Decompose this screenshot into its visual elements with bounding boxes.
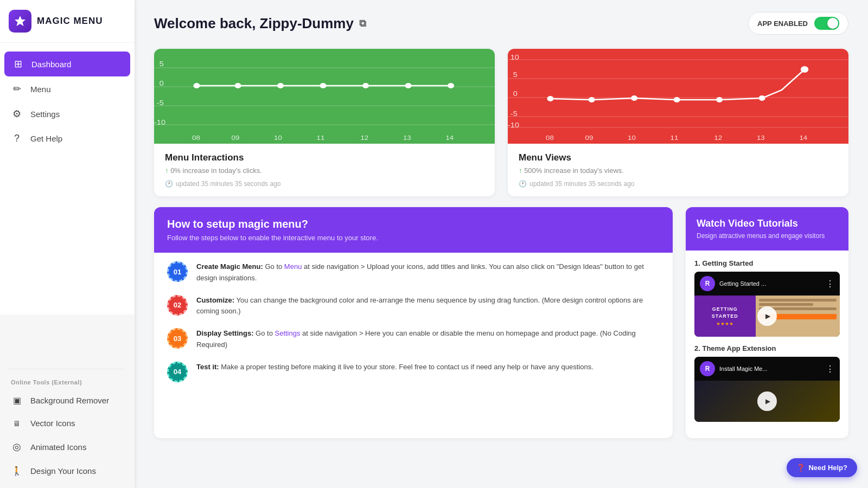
video-2-dots[interactable]: ⋮: [826, 364, 834, 374]
sidebar-item-get-help[interactable]: ? Get Help: [0, 126, 135, 151]
video-1-center: GETTINGSTARTED ★★★★: [694, 296, 840, 337]
toggle-track[interactable]: [814, 17, 839, 30]
need-help-label: Need Help?: [808, 464, 847, 472]
views-chart-area: 10 5 0 -5 -10 08 09 10 11 12 13 14: [508, 49, 848, 144]
page-title: Welcome back, Zippy-Dummy ⧉: [154, 15, 366, 32]
settings-icon: ⚙: [11, 108, 23, 120]
svg-marker-0: [15, 16, 25, 26]
svg-point-40: [547, 96, 553, 101]
sidebar-divider: [9, 369, 126, 369]
menu-views-card: 10 5 0 -5 -10 08 09 10 11 12 13 14: [508, 49, 848, 196]
setup-step-1: 01 Create Magic Menu: Go to Menu at side…: [167, 261, 660, 284]
views-stat: ↑ 500% increase in today's views.: [519, 166, 838, 175]
svg-text:13: 13: [757, 134, 765, 142]
svg-text:12: 12: [714, 134, 722, 142]
views-clock-icon: 🕐: [519, 180, 527, 188]
svg-text:-5: -5: [157, 99, 164, 107]
svg-text:14: 14: [445, 134, 454, 142]
tutorials-header: Watch Video Tutorials Design attractive …: [686, 207, 848, 251]
gs-title-text: GETTINGSTARTED: [712, 306, 738, 319]
views-chart-title: Menu Views: [519, 152, 838, 163]
step1-menu-link[interactable]: Menu: [284, 262, 302, 271]
tutorial-2-num: 2. Theme App Extension: [694, 344, 840, 352]
play-button-2[interactable]: [757, 391, 777, 411]
setup-step-3: 03 Display Settings: Go to Settings at s…: [167, 328, 660, 351]
interactions-stat-arrow: ↑: [165, 166, 169, 175]
svg-text:13: 13: [403, 134, 411, 142]
app-enabled-toggle[interactable]: APP ENABLED: [748, 12, 848, 35]
views-stat-arrow: ↑: [519, 166, 522, 175]
sidebar-item-help-label: Get Help: [30, 134, 62, 143]
svg-text:10: 10: [628, 134, 636, 142]
interactions-stat: ↑ 0% increase in today's clicks.: [165, 166, 484, 175]
svg-point-45: [759, 95, 765, 101]
welcome-text: Welcome back, Zippy-Dummy: [154, 15, 354, 32]
svg-point-19: [320, 83, 327, 88]
sidebar-design-icons-label: Design Your Icons: [30, 466, 96, 476]
svg-point-16: [193, 83, 200, 88]
video-1-title: Getting Started ...: [719, 280, 821, 287]
video-2-center: [694, 381, 840, 422]
views-chart-svg: 10 5 0 -5 -10 08 09 10 11 12 13 14: [508, 49, 848, 144]
sidebar-animated-icons-label: Animated Icons: [30, 442, 86, 452]
gs-line-1: [759, 299, 837, 301]
tutorials-title: Watch Video Tutorials: [697, 218, 838, 229]
gs-left: GETTINGSTARTED ★★★★: [694, 296, 756, 337]
svg-text:09: 09: [232, 134, 240, 142]
video-2-overlay: R Install Magic Me... ⋮: [694, 357, 840, 422]
setup-subtitle: Follow the steps below to enable the int…: [167, 234, 660, 242]
tutorial-1-video[interactable]: R Getting Started ... ⋮ GETTINGSTARTED ★…: [694, 272, 840, 337]
step-badge-1: 01: [167, 261, 188, 282]
svg-text:-10: -10: [154, 119, 165, 126]
svg-text:10: 10: [274, 134, 282, 142]
svg-text:-10: -10: [508, 121, 519, 129]
svg-text:5: 5: [513, 71, 518, 79]
logo-text-block: MAGIC MENU: [37, 16, 103, 27]
step-badge-4: 04: [167, 362, 188, 382]
tutorial-2-video[interactable]: R Install Magic Me... ⋮: [694, 357, 840, 422]
need-help-button[interactable]: ❓ Need Help?: [787, 458, 857, 477]
menu-icon: ✏: [11, 83, 23, 95]
tutorial-item-1: 1. Getting Started R Getting Started ...…: [694, 259, 840, 337]
help-circle-icon: ❓: [796, 464, 805, 472]
svg-text:08: 08: [546, 134, 554, 142]
sidebar-item-dashboard-label: Dashboard: [31, 60, 71, 69]
step-badge-3: 03: [167, 328, 188, 349]
gs-stars: ★★★★: [716, 321, 733, 326]
sidebar-item-design-your-icons[interactable]: 🚶 Design Your Icons: [0, 459, 135, 483]
page-header: Welcome back, Zippy-Dummy ⧉ APP ENABLED: [135, 0, 868, 40]
vector-icons-icon: 🖥: [11, 419, 23, 428]
views-updated-text: updated 35 minutes 35 seconds ago: [529, 180, 634, 188]
setup-steps-container: 01 Create Magic Menu: Go to Menu at side…: [154, 253, 673, 402]
sidebar-item-menu[interactable]: ✏ Menu: [0, 76, 135, 101]
sidebar-item-vector-icons[interactable]: 🖥 Vector Icons: [0, 412, 135, 434]
sidebar-item-settings[interactable]: ⚙ Settings: [0, 101, 135, 126]
background-remover-icon: ▣: [11, 395, 23, 406]
external-link-icon[interactable]: ⧉: [359, 18, 366, 29]
tutorials-body: 1. Getting Started R Getting Started ...…: [686, 251, 848, 438]
dashboard-icon: ⊞: [12, 58, 24, 70]
svg-text:08: 08: [192, 134, 200, 142]
svg-point-41: [589, 97, 595, 102]
tutorials-subtitle: Design attractive menus and engage visit…: [697, 232, 838, 240]
sidebar-item-settings-label: Settings: [30, 110, 60, 119]
views-chart-info: Menu Views ↑ 500% increase in today's vi…: [508, 144, 848, 196]
step3-settings-link[interactable]: Settings: [275, 329, 301, 337]
video-2-top: R Install Magic Me... ⋮: [694, 357, 840, 381]
toggle-thumb: [827, 18, 838, 29]
sidebar-item-animated-icons[interactable]: ◎ Animated Icons: [0, 434, 135, 459]
video-1-dots[interactable]: ⋮: [826, 279, 834, 289]
charts-section: 5 0 -5 -10 08 09 10 11 12 13 14: [135, 40, 868, 196]
svg-text:12: 12: [360, 134, 368, 142]
setup-step-4: 04 Test it: Make a proper testing before…: [167, 362, 660, 382]
step-text-3: Display Settings: Go to Settings at side…: [196, 328, 660, 351]
sidebar-item-dashboard[interactable]: ⊞ Dashboard: [4, 52, 130, 76]
sidebar-item-background-remover[interactable]: ▣ Background Remover: [0, 389, 135, 412]
external-tools-label: Online Tools (External): [0, 374, 135, 389]
interactions-chart-title: Menu Interactions: [165, 152, 484, 163]
play-button-1[interactable]: [757, 306, 777, 326]
video-1-overlay: R Getting Started ... ⋮ GETTINGSTARTED ★…: [694, 272, 840, 337]
views-updated: 🕐 updated 35 minutes 35 seconds ago: [519, 180, 838, 188]
sidebar: MAGIC MENU ⊞ Dashboard ✏ Menu ⚙ Settings…: [0, 0, 135, 488]
main-nav: ⊞ Dashboard ✏ Menu ⚙ Settings ? Get Help: [0, 43, 135, 364]
